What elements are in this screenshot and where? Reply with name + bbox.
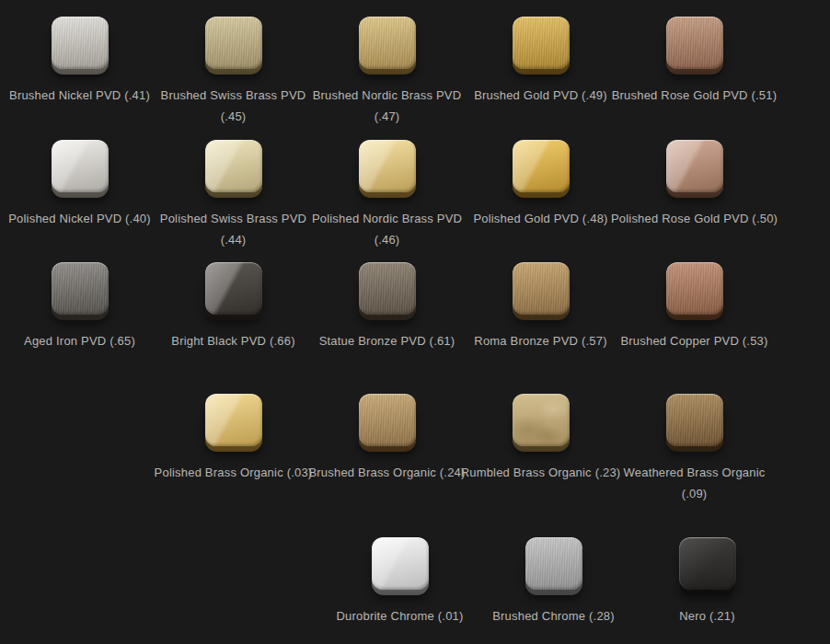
swatch-face	[205, 394, 262, 446]
swatch-face	[513, 140, 570, 192]
swatch-face	[525, 537, 582, 590]
finish-label: Brushed Copper PVD (.53)	[598, 331, 791, 352]
finish-row: Durobrite Chrome (.01)Brushed Chrome (.2…	[323, 537, 784, 627]
finish-swatch[interactable]	[205, 394, 262, 452]
finish-label: Polished Rose Gold PVD (.50)	[598, 209, 791, 230]
finish-item[interactable]: Brushed Chrome (.28)	[477, 537, 630, 627]
swatch-face	[666, 394, 723, 446]
finish-item[interactable]: Polished Rose Gold PVD (.50)	[617, 140, 771, 251]
swatch-face	[52, 140, 109, 192]
swatch-face	[513, 17, 570, 69]
finish-swatch[interactable]	[359, 394, 416, 452]
finish-swatch[interactable]	[205, 17, 262, 75]
finish-swatch[interactable]	[525, 537, 582, 595]
swatch-face	[359, 17, 416, 69]
finish-label: Nero (.21)	[611, 606, 804, 627]
swatch-face	[205, 17, 262, 69]
finish-label: Brushed Rose Gold PVD (.51)	[598, 86, 791, 107]
finish-item[interactable]: Aged Iron PVD (.65)	[3, 262, 156, 352]
finish-swatch[interactable]	[666, 394, 723, 452]
finish-swatch[interactable]	[679, 537, 736, 595]
swatch-face	[52, 262, 109, 315]
finish-swatch[interactable]	[52, 17, 109, 75]
finish-item[interactable]: Statue Bronze PVD (.61)	[310, 262, 464, 352]
finish-swatch[interactable]	[666, 17, 723, 75]
finish-item[interactable]: Brushed Nickel PVD (.41)	[3, 17, 156, 128]
finish-item[interactable]: Brushed Nordic Brass PVD (.47)	[310, 17, 464, 128]
swatch-face	[359, 394, 416, 446]
finish-swatch[interactable]	[513, 394, 570, 452]
finish-swatch[interactable]	[513, 262, 570, 320]
finish-item[interactable]: Durobrite Chrome (.01)	[323, 537, 477, 627]
finish-label: Weathered Brass Organic (.09)	[598, 463, 791, 505]
finish-swatch[interactable]	[52, 140, 109, 198]
swatch-face	[666, 140, 723, 192]
finish-row: Polished Nickel PVD (.40)Polished Swiss …	[3, 140, 771, 251]
swatch-face	[372, 537, 429, 590]
finish-swatch[interactable]	[513, 140, 570, 198]
finish-item[interactable]: Polished Gold PVD (.48)	[464, 140, 617, 251]
finish-item[interactable]: Polished Nickel PVD (.40)	[3, 140, 156, 251]
finish-item[interactable]: Brushed Copper PVD (.53)	[617, 262, 771, 352]
finish-swatch[interactable]	[359, 140, 416, 198]
finish-row: Polished Brass Organic (.03)Brushed Bras…	[156, 394, 771, 505]
finish-swatch[interactable]	[372, 537, 429, 595]
swatch-face	[205, 262, 262, 315]
finish-item[interactable]: Brushed Brass Organic (.24)	[310, 394, 464, 505]
finish-swatch[interactable]	[205, 262, 262, 320]
swatch-face	[666, 17, 723, 69]
finish-swatch[interactable]	[666, 262, 723, 320]
swatch-face	[359, 140, 416, 192]
finish-item[interactable]: Nero (.21)	[630, 537, 784, 627]
finish-swatch[interactable]	[205, 140, 262, 198]
swatch-face	[513, 394, 570, 446]
swatch-face	[513, 262, 570, 315]
finish-swatch[interactable]	[359, 262, 416, 320]
finish-swatch[interactable]	[513, 17, 570, 75]
finish-item[interactable]: Roma Bronze PVD (.57)	[464, 262, 617, 352]
finish-grid: Brushed Nickel PVD (.41)Brushed Swiss Br…	[0, 0, 830, 644]
finish-item[interactable]: Brushed Rose Gold PVD (.51)	[617, 17, 771, 128]
finish-item[interactable]: Brushed Swiss Brass PVD (.45)	[156, 17, 310, 128]
swatch-face	[666, 262, 723, 315]
finish-swatch[interactable]	[359, 17, 416, 75]
finish-item[interactable]: Rumbled Brass Organic (.23)	[464, 394, 617, 505]
finish-item[interactable]: Brushed Gold PVD (.49)	[464, 17, 617, 128]
swatch-face	[52, 17, 109, 69]
finish-row: Aged Iron PVD (.65)Bright Black PVD (.66…	[3, 262, 771, 352]
finish-row: Brushed Nickel PVD (.41)Brushed Swiss Br…	[3, 17, 771, 128]
swatch-face	[679, 537, 736, 590]
finish-swatch[interactable]	[666, 140, 723, 198]
finish-item[interactable]: Polished Swiss Brass PVD (.44)	[156, 140, 310, 251]
finish-item[interactable]: Polished Nordic Brass PVD (.46)	[310, 140, 464, 251]
finish-item[interactable]: Bright Black PVD (.66)	[156, 262, 310, 352]
finish-item[interactable]: Polished Brass Organic (.03)	[156, 394, 310, 505]
finish-item[interactable]: Weathered Brass Organic (.09)	[617, 394, 771, 505]
finish-swatch[interactable]	[52, 262, 109, 320]
swatch-face	[205, 140, 262, 192]
swatch-face	[359, 262, 416, 315]
